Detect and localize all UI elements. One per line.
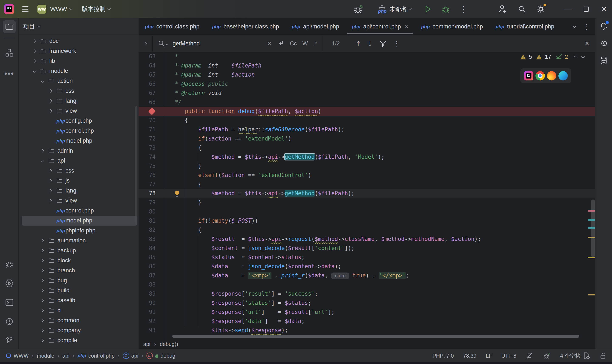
chevron-down-icon[interactable] <box>41 80 48 82</box>
code-line-84[interactable]: 84 $content = json_decode($result['conte… <box>139 244 595 253</box>
debug-listener-status-icon[interactable] <box>543 352 551 360</box>
notifications-bell-icon[interactable] <box>599 22 608 31</box>
ai-assistant-icon[interactable] <box>599 39 608 48</box>
tree-item-css[interactable]: css <box>19 166 139 176</box>
highlighting-disabled-icon[interactable] <box>526 352 533 360</box>
chevron-right-icon[interactable] <box>41 289 48 292</box>
regex-toggle[interactable]: .* <box>313 40 317 47</box>
tree-item-model-php[interactable]: phpmodel.php <box>19 136 139 146</box>
edge-icon[interactable] <box>558 71 568 80</box>
line-number[interactable]: 80 <box>139 207 156 216</box>
code-line-77[interactable]: 77 { <box>139 180 595 189</box>
line-number[interactable]: 92 <box>139 317 156 326</box>
clear-search-icon[interactable]: × <box>267 40 271 47</box>
editor-tab[interactable]: phpcommon\model.php <box>415 18 489 35</box>
chevron-right-icon[interactable] <box>49 110 56 112</box>
firefox-icon[interactable] <box>547 71 556 80</box>
status-path-api[interactable]: api <box>62 353 69 359</box>
chevron-down-icon[interactable] <box>33 70 40 72</box>
project-avatar[interactable]: WW <box>37 5 46 13</box>
code-line-89[interactable]: 89 $response['result'] = 'success'; <box>139 289 595 299</box>
code-line-67[interactable]: 67 * @return void <box>139 89 595 98</box>
next-occurrence-button[interactable]: ↓ <box>367 40 373 47</box>
code-line-85[interactable]: 85 $status = $content->status; <box>139 253 595 262</box>
tree-item-view[interactable]: view <box>19 196 139 206</box>
match-case-toggle[interactable]: Cc <box>290 40 297 47</box>
code-line-75[interactable]: 75 } <box>139 161 595 171</box>
error-stripe-mark[interactable] <box>588 210 595 212</box>
line-number[interactable]: 90 <box>139 299 156 308</box>
code-line-87[interactable]: 87 $data = '<xmp>' . print_r($data, retu… <box>139 271 595 280</box>
tree-scrollbar[interactable] <box>135 106 137 225</box>
run-button[interactable] <box>423 4 432 14</box>
tree-item-lang[interactable]: lang <box>19 96 139 106</box>
debug-tool-icon[interactable] <box>5 260 14 269</box>
line-number[interactable]: 91 <box>139 308 156 317</box>
code-line-79[interactable]: 79 } <box>139 198 595 207</box>
chevron-right-icon[interactable] <box>41 279 48 282</box>
version-control-tool-icon[interactable] <box>5 336 14 345</box>
status-path-module[interactable]: module <box>37 353 54 359</box>
tree-item-action[interactable]: action <box>19 76 139 86</box>
tree-item-control-php[interactable]: phpcontrol.php <box>19 206 139 216</box>
tree-item-compile[interactable]: compile <box>19 335 139 345</box>
code-line-90[interactable]: 90 $response['status'] = $status; <box>139 299 595 308</box>
line-number[interactable]: 70 <box>139 116 156 125</box>
tree-item-module[interactable]: module <box>19 66 139 76</box>
error-stripe-mark[interactable] <box>588 237 595 238</box>
line-number[interactable]: 63 <box>139 52 156 61</box>
line-number[interactable]: 74 <box>139 152 156 161</box>
line-number[interactable]: 67 <box>139 89 156 98</box>
editor-tab[interactable]: phptutorial\control.php <box>489 18 561 35</box>
debug-button[interactable] <box>441 4 451 14</box>
tree-item-lang[interactable]: lang <box>19 186 139 196</box>
chrome-icon[interactable] <box>535 71 545 80</box>
tree-item-control-php[interactable]: phpcontrol.php <box>19 126 139 136</box>
debug-listener-icon[interactable] <box>353 4 363 14</box>
tree-item-backup[interactable]: backup <box>19 246 139 256</box>
line-number[interactable]: 65 <box>139 70 156 79</box>
inspections-widget[interactable]: 5 17 2 <box>520 54 584 60</box>
tree-item-caselib[interactable]: caselib <box>19 296 139 305</box>
line-number[interactable]: 76 <box>139 171 156 180</box>
code-line-68[interactable]: 68 */ <box>139 98 595 107</box>
phpstorm-browser-icon[interactable]: PS <box>524 71 533 80</box>
code-line-74[interactable]: 74 $method = $this->api->getMethod($file… <box>139 152 595 161</box>
next-problem-icon[interactable] <box>581 55 585 58</box>
tree-item-common[interactable]: common <box>19 315 139 325</box>
editor-tab[interactable]: phpcontrol.class.php <box>139 18 206 35</box>
search-everywhere-icon[interactable] <box>517 4 527 14</box>
chevron-right-icon[interactable] <box>41 259 48 262</box>
tree-item-ci[interactable]: ci <box>19 305 139 315</box>
filter-icon[interactable] <box>379 39 387 48</box>
horizontal-scrollbar[interactable] <box>172 335 579 338</box>
code-line-72[interactable]: 72 if($action == 'extendModel') <box>139 134 595 143</box>
php-version-widget[interactable]: PHP: 7.0 <box>432 353 454 359</box>
chevron-right-icon[interactable] <box>49 199 56 202</box>
code-line-82[interactable]: 82 { <box>139 225 595 234</box>
status-path-debug[interactable]: mdebug <box>146 352 175 359</box>
structure-tool-icon[interactable] <box>5 48 14 57</box>
code-line-83[interactable]: 83 $result = $this->api->request($method… <box>139 234 595 244</box>
line-number[interactable]: 81 <box>139 216 156 225</box>
writable-lock-icon[interactable] <box>599 352 606 360</box>
tree-item-automation[interactable]: automation <box>19 235 139 246</box>
caret-position-widget[interactable]: 78:39 <box>463 353 477 359</box>
breadcrumb-item[interactable]: debug() <box>160 341 178 347</box>
line-ending-widget[interactable]: LF <box>486 353 492 359</box>
line-number[interactable]: 93 <box>139 326 156 335</box>
problems-tool-icon[interactable] <box>5 317 14 326</box>
chevron-right-icon[interactable] <box>49 90 56 92</box>
code-line-69[interactable]: public function debug($filePath, $action… <box>139 107 595 116</box>
chevron-right-icon[interactable] <box>41 319 48 322</box>
tab-close-icon[interactable]: × <box>405 23 409 30</box>
code-line-86[interactable]: 86 $data = json_decode($content->data); <box>139 262 595 271</box>
close-search-icon[interactable]: × <box>585 39 589 48</box>
error-stripe-mark[interactable] <box>588 294 595 296</box>
chevron-right-icon[interactable] <box>41 249 48 252</box>
maximize-button[interactable] <box>584 7 589 12</box>
previous-occurrence-button[interactable]: ↑ <box>356 40 361 47</box>
hidden-tabs-icon[interactable] <box>573 25 576 28</box>
code-line-93[interactable]: 93 $this->send($response); <box>139 326 595 335</box>
run-config-name[interactable]: 未命名 <box>389 5 407 13</box>
